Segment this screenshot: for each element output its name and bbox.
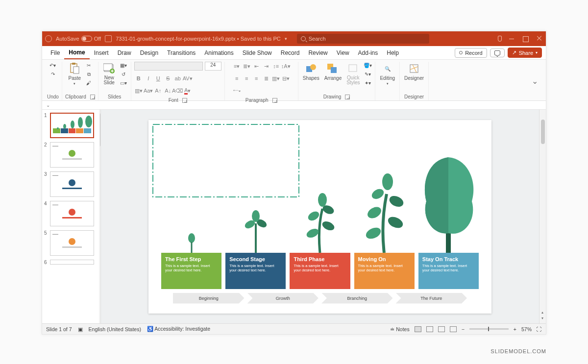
change-case-button[interactable]: Aa▾ <box>144 86 153 95</box>
save-icon[interactable] <box>105 35 112 42</box>
indent-dec-button[interactable]: ⇤ <box>252 62 261 71</box>
tab-design[interactable]: Design <box>136 46 163 59</box>
tab-review[interactable]: Review <box>304 46 332 59</box>
arrow-beginning[interactable]: Beginning <box>173 293 245 304</box>
card-moving-on[interactable]: Moving On This is a sample text. Insert … <box>354 253 415 289</box>
zoom-in-button[interactable]: + <box>514 326 516 332</box>
line-spacing-button[interactable]: ↕≡ <box>271 62 280 71</box>
close-button[interactable] <box>536 35 543 42</box>
notes-button[interactable]: ≐ Notes <box>390 326 409 332</box>
align-text-button[interactable]: ⊟▾ <box>281 74 290 83</box>
bullets-button[interactable]: ≡▾ <box>232 62 241 71</box>
slideshow-view-button[interactable] <box>450 326 457 332</box>
mic-icon[interactable] <box>498 36 502 42</box>
qat-overflow-icon[interactable]: ⌄ <box>46 102 50 108</box>
thumbnail-6[interactable]: 6 <box>44 260 98 265</box>
shapes-button[interactable]: Shapes <box>301 62 321 82</box>
char-spacing-button[interactable]: AV▾ <box>183 74 192 83</box>
tab-slideshow[interactable]: Slide Show <box>238 46 276 59</box>
shape-outline-button[interactable]: ✎▾ <box>363 71 372 78</box>
reading-view-button[interactable] <box>438 326 445 332</box>
font-launcher[interactable] <box>182 98 187 103</box>
font-color-button[interactable]: A▾ <box>183 86 192 95</box>
thumbnail-panel[interactable]: 1 2▬▬▬ 3▬▬▬ 4▬▬▬ 5▬▬▬ 6 <box>42 110 101 323</box>
language-status[interactable]: English (United States) <box>89 326 141 332</box>
card-first-step[interactable]: The First Step This is a sample text. In… <box>161 253 221 289</box>
tab-animations[interactable]: Animations <box>200 46 238 59</box>
slide-canvas[interactable]: The First Step This is a sample text. In… <box>101 110 539 323</box>
cut-button[interactable]: ✂ <box>84 62 93 69</box>
columns-button[interactable]: ▥▾ <box>271 74 280 83</box>
spell-check-icon[interactable]: ▣ <box>78 326 83 332</box>
tab-insert[interactable]: Insert <box>90 46 113 59</box>
prev-slide-button[interactable]: ▴ <box>540 310 545 315</box>
thumbnail-5[interactable]: 5▬▬▬ <box>44 230 98 256</box>
designer-button[interactable]: Designer <box>403 62 425 82</box>
format-painter-button[interactable]: 🖌 <box>84 79 93 87</box>
accessibility-status[interactable]: ♿ Accessibility: Investigate <box>147 326 210 332</box>
slide[interactable]: The First Step This is a sample text. In… <box>148 120 491 314</box>
strikethrough-button[interactable]: S <box>164 74 172 83</box>
section-button[interactable]: ▭▾ <box>119 79 128 87</box>
thumbnail-2[interactable]: 2▬▬▬ <box>44 142 98 168</box>
arrange-button[interactable]: Arrange <box>323 62 343 82</box>
tab-transitions[interactable]: Transitions <box>163 46 200 59</box>
tab-view[interactable]: View <box>332 46 354 59</box>
numbering-button[interactable]: ≣▾ <box>242 62 251 71</box>
font-family-select[interactable] <box>134 62 203 71</box>
slide-counter[interactable]: Slide 1 of 7 <box>46 326 72 332</box>
tab-file[interactable]: File <box>46 46 64 59</box>
zoom-slider[interactable] <box>469 328 509 330</box>
align-center-button[interactable]: ≡ <box>242 74 251 83</box>
fit-to-window-button[interactable]: ⛶ <box>537 326 542 332</box>
card-third-phase[interactable]: Third Phase This is a sample text. Inser… <box>290 253 350 289</box>
shadow-button[interactable]: ab <box>173 74 182 83</box>
shape-effects-button[interactable]: ✦▾ <box>363 79 372 87</box>
collapse-ribbon-button[interactable]: ⌄ <box>526 76 544 86</box>
grow-font-button[interactable]: A↑ <box>154 86 163 95</box>
maximize-button[interactable] <box>522 35 529 42</box>
autosave-toggle[interactable]: AutoSave Off <box>56 36 101 42</box>
next-slide-button[interactable]: ▾ <box>540 315 545 320</box>
indent-inc-button[interactable]: ⇥ <box>262 62 270 71</box>
tab-draw[interactable]: Draw <box>113 46 136 59</box>
arrow-growth[interactable]: Growth <box>247 293 319 304</box>
tab-addins[interactable]: Add-ins <box>354 46 383 59</box>
comments-button[interactable] <box>490 49 505 57</box>
justify-button[interactable]: ≣ <box>262 74 270 83</box>
redo-button[interactable]: ↷ <box>49 71 57 78</box>
arrow-future[interactable]: The Future <box>396 293 467 304</box>
bold-button[interactable]: B <box>134 74 143 83</box>
shape-fill-button[interactable]: 🪣▾ <box>363 62 372 69</box>
toggle-switch-icon[interactable] <box>81 36 92 42</box>
smartart-button[interactable]: ⬳▾ <box>232 86 241 95</box>
zoom-out-button[interactable]: − <box>462 326 465 332</box>
editing-button[interactable]: 🔍Editing▾ <box>378 62 396 87</box>
document-title[interactable]: 7331-01-growth-concept-for-powerpoint-16… <box>116 36 280 42</box>
tab-record[interactable]: Record <box>276 46 304 59</box>
text-direction-button[interactable]: ↕A▾ <box>281 62 290 71</box>
italic-button[interactable]: I <box>144 74 153 83</box>
paste-button[interactable]: Paste▾ <box>67 62 82 87</box>
card-stay-on-track[interactable]: Stay On Track This is a sample text. Ins… <box>418 253 479 289</box>
clipboard-launcher[interactable] <box>90 95 95 99</box>
record-button[interactable]: Record <box>455 48 487 58</box>
reset-button[interactable]: ↺ <box>119 71 128 78</box>
underline-button[interactable]: U <box>154 74 163 83</box>
thumbnail-1[interactable]: 1 <box>44 113 98 138</box>
highlight-button[interactable]: ▥▾ <box>134 86 143 95</box>
paragraph-launcher[interactable] <box>272 98 277 103</box>
new-slide-button[interactable]: New Slide <box>101 62 117 86</box>
canvas-scrollbar[interactable]: ▴ ▾ <box>539 110 546 323</box>
card-second-stage[interactable]: Second Stage This is a sample text. Inse… <box>225 253 286 289</box>
normal-view-button[interactable] <box>415 326 421 332</box>
clear-format-button[interactable]: A⌫ <box>173 86 182 95</box>
arrow-branching[interactable]: Branching <box>321 293 393 304</box>
sorter-view-button[interactable] <box>426 326 433 332</box>
align-left-button[interactable]: ≡ <box>232 74 241 83</box>
shrink-font-button[interactable]: A↓ <box>164 86 172 95</box>
align-right-button[interactable]: ≡ <box>252 74 261 83</box>
thumbnail-4[interactable]: 4▬▬▬ <box>44 201 98 226</box>
font-size-select[interactable]: 24 <box>205 62 221 71</box>
thumbnail-3[interactable]: 3▬▬▬ <box>44 171 98 197</box>
